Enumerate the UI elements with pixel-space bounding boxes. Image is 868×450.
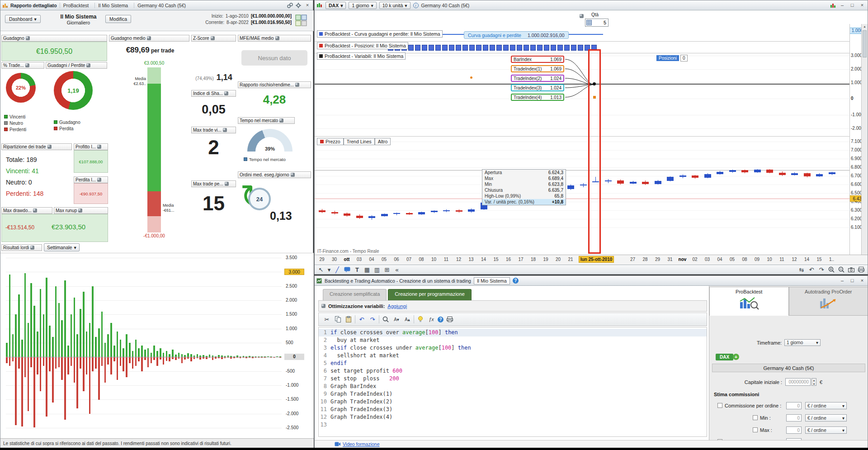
code-line[interactable]: 2 buy at market — [319, 336, 707, 344]
zoom-out-icon[interactable] — [837, 265, 846, 274]
editor-print-icon[interactable] — [445, 315, 454, 324]
wrench-icon[interactable] — [78, 208, 82, 213]
maximize-icon[interactable]: □ — [849, 2, 856, 9]
results-period-dropdown[interactable]: Settimanale▾ — [44, 243, 80, 251]
report-tab-system[interactable]: Il Mio Sistema — [94, 3, 131, 8]
vertical-scrollbar[interactable]: ▴▾ — [861, 24, 868, 264]
wrench-icon[interactable] — [225, 182, 229, 186]
timeframe-select[interactable]: 1 giorno▾ — [784, 339, 821, 346]
mini-chart-icon[interactable] — [830, 3, 836, 8]
code-editor[interactable]: 1if close crosses over average[100] then… — [318, 327, 707, 437]
close-icon[interactable]: × — [859, 2, 866, 9]
text-tool-icon[interactable]: T — [353, 265, 362, 274]
commission-unit-select[interactable]: € / ordine▾ — [805, 414, 847, 422]
positions-pane-label[interactable]: ProBacktest - Posizioni: Il Mio Sistema — [317, 42, 408, 49]
undo-icon[interactable]: ↶ — [807, 265, 816, 274]
report-tab-probacktest[interactable]: ProBacktest — [60, 3, 92, 8]
timeframe-dropdown[interactable]: 1 giorno▾ — [349, 2, 376, 9]
code-line[interactable]: 5endif — [319, 360, 707, 367]
commission-unit-select[interactable]: € / ordine▾ — [805, 402, 847, 409]
price-tab-prezzo[interactable]: Prezzo — [317, 138, 344, 145]
backtest-system-tab[interactable]: Il Mio Sistema — [474, 277, 510, 284]
gear-icon[interactable] — [296, 3, 301, 8]
close-icon[interactable]: × — [304, 2, 311, 9]
cursor-tool-icon[interactable]: ↖ — [316, 265, 326, 274]
commission-input[interactable] — [786, 402, 802, 409]
qty-field[interactable] — [585, 19, 609, 27]
symbol-dropdown[interactable]: DAX▾ — [326, 2, 346, 9]
commission-checkbox[interactable] — [717, 403, 722, 408]
chart-body[interactable]: 3.0002.0001.0000-1.000-2.0007.1007.0006.… — [315, 10, 868, 265]
info-icon[interactable]: i — [413, 3, 419, 8]
minimize-icon[interactable]: – — [839, 2, 846, 9]
trendline-tool-icon[interactable]: ╱ — [333, 265, 342, 274]
wrench-icon[interactable] — [33, 208, 37, 213]
scroll-up-icon[interactable]: ▴ — [862, 24, 868, 29]
font-smaller-icon[interactable]: A▾ — [392, 315, 401, 324]
dashboard-layout-icon[interactable] — [295, 14, 307, 26]
tab-simplified-creation[interactable]: Creazione semplificata — [323, 289, 387, 300]
wrench-icon[interactable] — [580, 14, 584, 18]
add-symbol-icon[interactable]: + — [733, 354, 739, 360]
code-line[interactable]: 10Graph TradeIndex(2) — [319, 398, 707, 406]
minimize-icon[interactable]: – — [839, 277, 846, 284]
window-tool-icon[interactable]: ⊞ — [382, 265, 392, 274]
wrench-icon[interactable] — [275, 36, 279, 40]
code-line[interactable]: 8Graph BarIndex — [319, 383, 707, 390]
copy-icon[interactable] — [333, 315, 342, 324]
paste-icon[interactable] — [344, 315, 353, 324]
code-line[interactable]: 7set stop ploss 200 — [319, 375, 707, 383]
price-tab-altro[interactable]: Altro — [375, 138, 391, 145]
code-line[interactable]: 13 — [319, 421, 707, 429]
redo-icon[interactable]: ↷ — [817, 265, 826, 274]
link-icon[interactable] — [287, 3, 293, 8]
wrench-icon[interactable] — [211, 36, 215, 40]
report-tab-instrument[interactable]: Germany 40 Cash (5€) — [134, 3, 189, 8]
wrench-icon[interactable] — [97, 145, 101, 149]
equity-pane-label[interactable]: ProBacktest - Curva guadagni e perdite: … — [317, 30, 443, 38]
screenshot-icon[interactable] — [847, 265, 856, 274]
modify-button[interactable]: Modifica — [105, 15, 131, 23]
indicator-tool-icon[interactable]: ▥ — [373, 265, 382, 274]
wrench-icon[interactable] — [86, 63, 90, 67]
symbol-tag[interactable]: DAX — [716, 354, 733, 360]
wrench-icon[interactable] — [47, 145, 52, 149]
commission-input[interactable] — [786, 426, 802, 434]
commission-unit-select[interactable]: € / ordine▾ — [805, 426, 847, 434]
code-line[interactable]: 11Graph TradeIndex(3) — [319, 406, 707, 413]
wrench-icon[interactable] — [291, 173, 295, 177]
capital-stepper[interactable]: ▴▾ — [811, 378, 816, 386]
price-tab-trend-lines[interactable]: Trend Lines — [344, 138, 375, 145]
pan-icon[interactable]: ⇆ — [797, 265, 806, 274]
calculator-icon[interactable] — [586, 20, 592, 25]
wrench-icon[interactable] — [30, 246, 34, 250]
wrench-icon[interactable] — [26, 36, 30, 40]
collapse-left-icon[interactable]: « — [392, 265, 401, 274]
hint-icon[interactable] — [416, 315, 425, 324]
pattern-tool-icon[interactable]: ▦ — [363, 265, 372, 274]
wrench-icon[interactable] — [295, 83, 299, 87]
wrench-icon[interactable] — [224, 91, 228, 95]
zoom-in-icon[interactable] — [827, 265, 836, 274]
editor-help-icon[interactable]: ? — [438, 317, 443, 322]
maximize-icon[interactable]: □ — [849, 277, 856, 284]
weekly-results-chart[interactable]: 3.5003.0002.5002.0001.5001.0005000-500-1… — [0, 253, 314, 438]
code-line[interactable]: 4 sellshort at market — [319, 352, 707, 360]
print-icon[interactable] — [857, 265, 866, 274]
cut-icon[interactable]: ✂ — [322, 315, 331, 324]
variables-pane-label[interactable]: ProBacktest - Variabili: Il Mio Sistema — [317, 52, 406, 60]
chat-tool-icon[interactable] — [343, 265, 352, 274]
wrench-icon[interactable] — [25, 63, 29, 67]
commission-checkbox[interactable] — [753, 427, 758, 432]
search-icon[interactable] — [381, 315, 390, 324]
help-icon[interactable]: ? — [513, 278, 519, 284]
wrench-icon[interactable] — [147, 36, 151, 40]
units-dropdown[interactable]: 10 k unità▾ — [379, 2, 410, 9]
wrench-icon[interactable] — [223, 128, 227, 132]
undo-icon[interactable]: ↶ — [357, 315, 366, 324]
code-line[interactable]: 6set target pprofit 600 — [319, 367, 707, 375]
redo-icon[interactable]: ↷ — [368, 315, 377, 324]
font-bigger-icon[interactable]: A▴ — [403, 315, 412, 324]
insert-function-icon[interactable]: ƒx — [427, 315, 436, 324]
tab-autotrading-proorder[interactable]: Autotrading ProOrder — [789, 287, 868, 316]
